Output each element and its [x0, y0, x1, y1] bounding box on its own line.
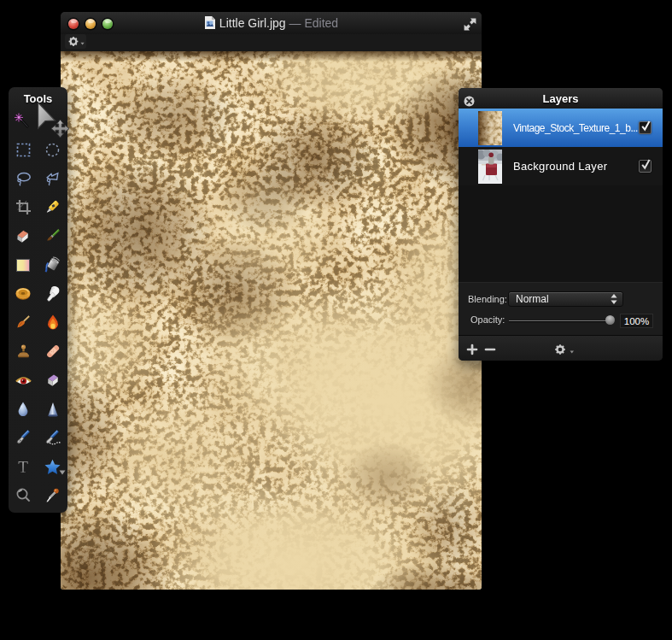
svg-text:T: T: [18, 459, 28, 475]
